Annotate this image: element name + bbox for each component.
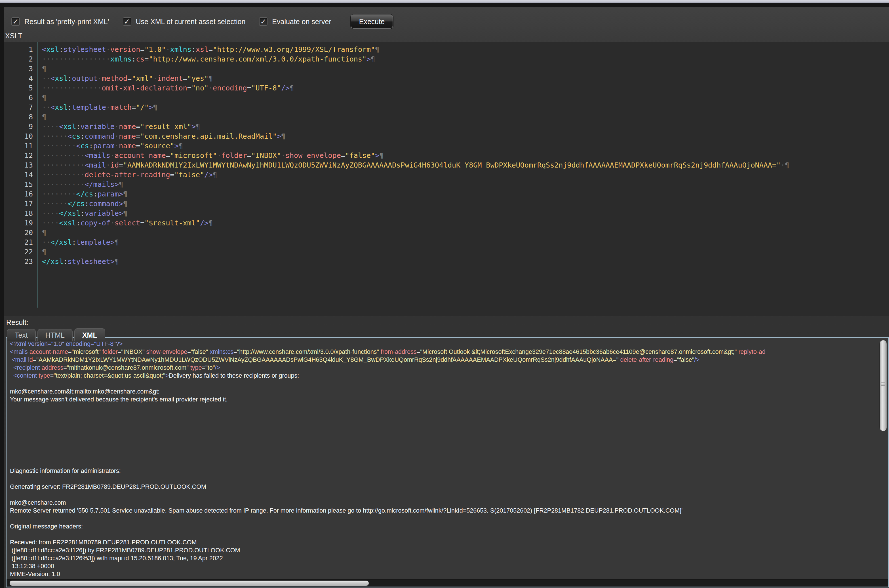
code-line: ······</cs:command>¶ [42,199,889,208]
xslt-editor-label: XSLT [4,31,889,42]
pretty-print-label: Result as 'pretty-print XML' [24,18,109,26]
result-content: <?xml version="1.0" encoding="UTF-8"?><m… [6,338,888,586]
result-line [10,404,888,411]
line-number: 6 [4,93,33,103]
tab-html[interactable]: HTML [38,329,73,341]
execute-button[interactable]: Execute [351,15,393,28]
result-vertical-scrollbar[interactable] [878,339,887,577]
line-number: 15 [4,180,33,189]
result-line: <recipient address="mithatkonuk@censhare… [10,364,888,372]
result-horizontal-scrollbar[interactable] [6,579,888,586]
result-line: Original message headers: [10,522,888,531]
line-number: 12 [4,151,33,160]
result-line: mko@censhare.com [10,499,888,507]
line-number: 16 [4,189,33,199]
result-line: Remote Server returned '550 5.7.501 Serv… [10,507,888,514]
horizontal-scrollbar-thumb[interactable] [9,580,369,586]
result-line: Generating server: FR2P281MB0789.DEUP281… [10,483,888,491]
code-line: ··<xsl:template·match="/">¶ [42,103,889,112]
code-line: ··········delete-after-reading="false"/>… [42,170,889,180]
line-number: 2 [4,54,33,64]
evaluate-server-label: Evaluate on server [272,18,331,26]
result-line [10,459,888,467]
result-line: Diagnostic information for administrator… [10,467,888,475]
line-number: 20 [4,228,33,238]
pretty-print-checkbox[interactable]: ✓ [11,17,20,26]
code-line: ····<xsl:copy-of·select="$result-xml"/>¶ [42,218,889,228]
code-line: ··</xsl:template>¶ [42,238,889,247]
line-number: 9 [4,122,33,132]
code-line: ········<cs:param·name="source">¶ [42,141,889,151]
code-line: ¶ [42,228,889,238]
code-line: ······<cs:command·name="com.censhare.api… [42,132,889,141]
line-number: 18 [4,208,33,218]
line-number: 7 [4,103,33,112]
result-line [10,531,888,538]
tab-xml[interactable]: XML [74,328,105,341]
result-line: ([fe80::d1f:d8cc:a2e3:f126%3]) with mapi… [10,554,888,562]
result-line: mko@censhare.com&lt;mailto:mko@censhare.… [10,387,888,396]
checkbox-group-evaluate-server: ✓ Evaluate on server [259,17,331,26]
code-line: ····<xsl:variable·name="result-xml">¶ [42,122,889,132]
line-number: 14 [4,170,33,180]
code-line: ··········<mails·account-name="microsoft… [42,151,889,160]
result-line [10,411,888,419]
xslt-editor[interactable]: 1234567891011121314151617181920212223 <x… [4,42,889,316]
code-line: ················xmlns:cs="http://www.cen… [42,54,889,64]
result-line [10,491,888,499]
line-number: 8 [4,112,33,122]
code-line: ··············omit-xml-declaration="no"·… [42,83,889,93]
result-line: 13:12:38 +0000 [10,562,888,570]
checkbox-group-use-xml: ✓ Use XML of current asset selection [123,17,246,26]
line-number: 13 [4,160,33,170]
line-number: 23 [4,257,33,267]
scrollbar-grip [881,384,885,384]
result-line [10,451,888,459]
code-line: ¶ [42,112,889,122]
use-xml-label: Use XML of current asset selection [136,18,246,26]
result-line: <mails account-name="microsoft" folder="… [10,348,888,356]
tab-text[interactable]: Text [7,329,36,341]
xslt-tool-panel: ✓ Result as 'pretty-print XML' ✓ Use XML… [4,7,889,588]
result-line: <content type="text/plain; charset=&quot… [10,372,888,380]
evaluate-server-checkbox[interactable]: ✓ [259,17,267,26]
code-line: ¶ [42,64,889,74]
line-number: 22 [4,247,33,257]
result-tabbar: Text HTML XML [4,328,889,341]
checkbox-group-pretty-print: ✓ Result as 'pretty-print XML' [11,17,109,26]
line-number: 10 [4,132,33,141]
scrollbar-grip [188,582,188,585]
result-line: Your message wasn't delivered because th… [10,396,888,404]
result-line: ([fe80::d1f:d8cc:a2e3:f126]) by FR2P281M… [10,546,888,554]
result-line: Received: from FR2P281MB0789.DEUP281.PRO… [10,538,888,546]
result-line [10,475,888,483]
line-number: 19 [4,218,33,228]
window-top-edge [0,0,889,3]
result-line [10,514,888,522]
result-line [10,419,888,427]
line-number: 21 [4,238,33,247]
result-line [10,427,888,435]
vertical-scrollbar-thumb[interactable] [879,340,887,431]
result-line [10,380,888,387]
result-line: MIME-Version: 1.0 [10,570,888,578]
result-line [10,435,888,443]
code-line: ··<xsl:output·method="xml"·indent="yes"¶ [42,74,889,83]
result-xml-viewer[interactable]: <?xml version="1.0" encoding="UTF-8"?><m… [6,337,889,587]
editor-code-area[interactable]: <xsl:stylesheet·version="1.0"·xmlns:xsl=… [38,42,889,316]
code-line: ····</xsl:variable>¶ [42,208,889,218]
result-line: <?xml version="1.0" encoding="UTF-8"?> [10,340,888,348]
use-xml-checkbox[interactable]: ✓ [123,17,131,26]
line-number: 1 [4,45,33,54]
result-section-label: Result: [4,316,889,328]
editor-line-number-gutter: 1234567891011121314151617181920212223 [4,42,38,316]
line-number: 5 [4,83,33,93]
code-line: ¶ [42,247,889,257]
code-line: ¶ [42,93,889,103]
code-line: <xsl:stylesheet·version="1.0"·xmlns:xsl=… [42,45,889,54]
line-number: 17 [4,199,33,208]
result-line: <mail id="AAMkADRkNDM1Y2IxLWY1MWYtNDAwNy… [10,356,888,364]
code-line: ········</cs:param>¶ [42,189,889,199]
toolbar: ✓ Result as 'pretty-print XML' ✓ Use XML… [4,7,889,31]
line-number: 4 [4,74,33,83]
